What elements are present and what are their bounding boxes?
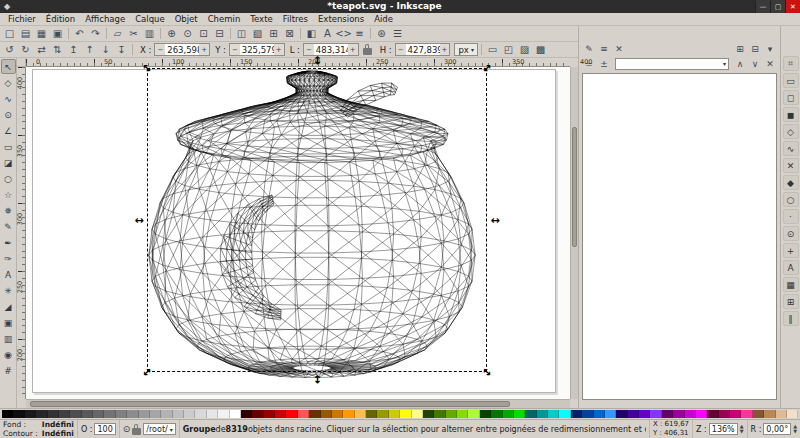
palette-swatch[interactable] xyxy=(776,410,787,418)
flip-vertical-icon[interactable]: ⇅ xyxy=(50,43,65,57)
text-tool-icon[interactable]: A xyxy=(1,267,16,282)
snap-nodes-icon[interactable]: ◇ xyxy=(783,124,799,139)
snap-enable-icon[interactable]: ⌗ xyxy=(783,56,799,71)
zoom-steppers[interactable]: ▲▼ xyxy=(740,424,744,434)
ellipse-tool-icon[interactable]: ○ xyxy=(1,171,16,186)
menu-chemin[interactable]: Chemin xyxy=(203,13,246,26)
palette-swatch[interactable] xyxy=(343,410,354,418)
palette-swatch[interactable] xyxy=(218,410,229,418)
new-document-icon[interactable]: □ xyxy=(2,27,17,41)
fill-stroke-dialog-icon[interactable]: ◧ xyxy=(304,27,319,41)
palette-swatch[interactable] xyxy=(36,410,47,418)
height-increment-button[interactable]: + xyxy=(440,44,450,55)
palette-swatch[interactable] xyxy=(252,410,263,418)
height-decrement-button[interactable]: − xyxy=(396,44,406,55)
calligraphy-tool-icon[interactable]: ✑ xyxy=(1,251,16,266)
snap-guide-icon[interactable]: ∥ xyxy=(783,311,799,326)
palette-swatch[interactable] xyxy=(366,410,377,418)
menu-texte[interactable]: Texte xyxy=(245,13,277,26)
layer-visibility-icon[interactable]: ⊙ xyxy=(123,424,131,434)
scale-handle-s[interactable]: ↔ xyxy=(312,374,323,383)
palette-swatch[interactable] xyxy=(457,410,468,418)
dock-edit-icon[interactable]: ✎ xyxy=(582,42,596,55)
rotation-steppers[interactable]: ▲▼ xyxy=(793,424,797,434)
menu-affichage[interactable]: Affichage xyxy=(80,13,130,26)
palette-swatch[interactable] xyxy=(730,410,741,418)
snap-bbox-edge-icon[interactable]: ◻ xyxy=(783,90,799,105)
affect-stroke-icon[interactable]: ▭ xyxy=(485,43,500,57)
palette-swatch[interactable] xyxy=(355,410,366,418)
snap-object-center-icon[interactable]: ⊙ xyxy=(783,226,799,241)
snap-rotation-center-icon[interactable]: + xyxy=(783,243,799,258)
menu-extensions[interactable]: Extensions xyxy=(313,13,369,26)
layer-indicator[interactable]: ⊙ /root/ ▾ xyxy=(119,420,176,438)
x-value[interactable]: 263,598 xyxy=(165,45,199,55)
zoom-drawing-icon[interactable]: ⊙ xyxy=(180,27,195,41)
zoom-value[interactable]: 136% xyxy=(709,423,738,435)
selection-bbox[interactable] xyxy=(147,68,487,372)
window-minimize-icon[interactable]: — xyxy=(755,0,770,13)
opacity-value[interactable]: 100 xyxy=(94,423,115,435)
width-spinbox[interactable]: − 483,314 + xyxy=(303,43,359,56)
palette-swatch[interactable] xyxy=(13,410,24,418)
palette-swatch[interactable] xyxy=(639,410,650,418)
scale-handle-w[interactable]: ↔ xyxy=(134,215,143,226)
zoom-page-icon[interactable]: ⊡ xyxy=(196,27,211,41)
copy-icon[interactable]: ▱ xyxy=(110,27,125,41)
fill-stroke-indicator[interactable]: Fond : Indéfini Contour : Indéfini xyxy=(3,420,74,438)
zoom-control[interactable]: Z : 136% ▲▼ xyxy=(692,420,743,438)
vertical-scrollbar[interactable] xyxy=(570,67,578,399)
menu-objet[interactable]: Objet xyxy=(170,13,203,26)
rotate-cw-icon[interactable]: ↻ xyxy=(18,43,33,57)
palette-swatch[interactable] xyxy=(571,410,582,418)
palette-swatch[interactable] xyxy=(389,410,400,418)
y-decrement-button[interactable]: − xyxy=(230,44,240,55)
dock-raise-icon[interactable]: ⊞ xyxy=(733,42,747,55)
x-increment-button[interactable]: + xyxy=(199,44,209,55)
redo-icon[interactable]: ↷ xyxy=(88,27,103,41)
box-3d-tool-icon[interactable]: ◪ xyxy=(1,155,16,170)
palette-swatch[interactable] xyxy=(286,410,297,418)
height-value[interactable]: 427,839 xyxy=(406,45,440,55)
palette-swatch[interactable] xyxy=(207,410,218,418)
palette-swatch[interactable] xyxy=(104,410,115,418)
palette-swatch[interactable] xyxy=(412,410,423,418)
bucket-fill-tool-icon[interactable]: ▣ xyxy=(1,315,16,330)
snap-midpoint-icon[interactable]: · xyxy=(783,209,799,224)
palette-swatch[interactable] xyxy=(321,410,332,418)
dock-delete-icon[interactable]: ✕ xyxy=(612,42,626,55)
unit-dropdown[interactable]: px ▾ xyxy=(454,43,477,56)
raise-to-top-icon[interactable]: ↥ xyxy=(66,43,81,57)
palette-swatch[interactable] xyxy=(173,410,184,418)
affect-gradient-icon[interactable]: ▨ xyxy=(517,43,532,57)
palette-swatch[interactable] xyxy=(298,410,309,418)
spiral-tool-icon[interactable]: ✵ xyxy=(1,203,16,218)
palette-swatch[interactable] xyxy=(696,410,707,418)
palette-swatch[interactable] xyxy=(241,410,252,418)
layer-dropdown[interactable]: /root/ ▾ xyxy=(143,423,175,435)
snap-text-baseline-icon[interactable]: A xyxy=(783,260,799,275)
palette-swatch[interactable] xyxy=(184,410,195,418)
palette-swatch[interactable] xyxy=(127,410,138,418)
gradient-tool-icon[interactable]: ▥ xyxy=(1,331,16,346)
x-spinbox[interactable]: − 263,598 + xyxy=(154,43,210,56)
horizontal-scrollbar-thumb[interactable] xyxy=(30,401,510,407)
snap-path-icon[interactable]: ∿ xyxy=(783,141,799,156)
dropper-tool-icon[interactable]: ◉ xyxy=(1,347,16,362)
group-icon[interactable]: ⊞ xyxy=(266,27,281,41)
palette-swatch[interactable] xyxy=(116,410,127,418)
x-decrement-button[interactable]: − xyxy=(155,44,165,55)
canvas[interactable]: ↔↔↔↔↔↔↔↔ xyxy=(26,67,570,399)
undo-icon[interactable]: ↶ xyxy=(72,27,87,41)
palette-swatch[interactable] xyxy=(594,410,605,418)
palette-swatch[interactable] xyxy=(70,410,81,418)
dock-plusminus-icon[interactable]: ± xyxy=(597,57,611,70)
palette-swatch[interactable] xyxy=(434,410,445,418)
snap-grid-icon[interactable]: ⊞ xyxy=(783,294,799,309)
height-spinbox[interactable]: − 427,839 + xyxy=(395,43,451,56)
palette-swatch[interactable] xyxy=(139,410,150,418)
tweak-tool-icon[interactable]: ∿ xyxy=(1,91,16,106)
preferences-icon[interactable]: ☰ xyxy=(390,27,405,41)
dock-menu-icon[interactable]: ▾ xyxy=(763,42,777,55)
vertical-scrollbar-thumb[interactable] xyxy=(572,127,577,247)
